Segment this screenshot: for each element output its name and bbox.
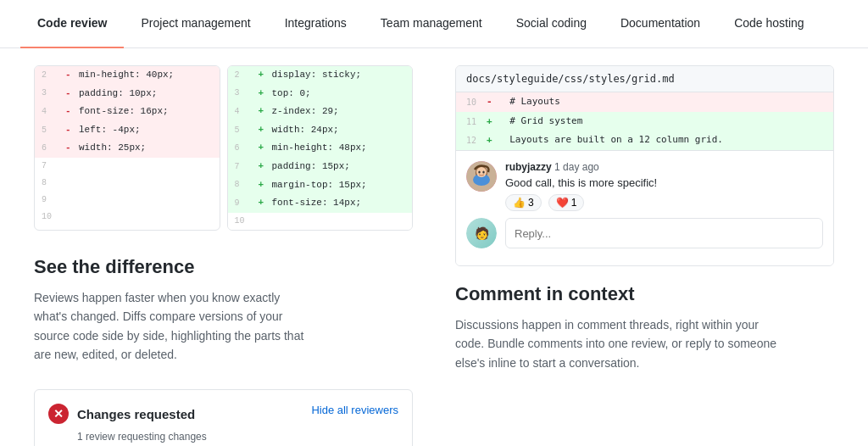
diff-line: 4 - font-size: 16px; [35,103,220,121]
file-diff-line: 11 + # Grid system [456,112,833,131]
diff-line: 2 + display: sticky; [228,66,413,85]
diff-line: 5 + width: 24px; [228,121,413,140]
diff-line: 8 + margin-top: 15px; [228,176,413,195]
diff-line: 6 + min-height: 48px; [228,139,413,158]
main-nav: Code review Project management Integrati… [0,0,868,48]
avatar-illustration [466,161,497,192]
diff-line: 2 - min-height: 40px; [35,66,220,85]
comment-body: rubyjazzy 1 day ago Good call, this is m… [505,161,823,211]
reply-row: 🧑 [466,218,823,248]
comment-row: rubyjazzy 1 day ago Good call, this is m… [466,161,823,211]
diff-panel-removed: 2 - min-height: 40px; 3 - padding: 10px;… [34,65,220,231]
changes-x-icon: ✕ [48,404,69,424]
reply-input[interactable] [505,218,823,248]
page-content: 2 - min-height: 40px; 3 - padding: 10px;… [0,48,868,446]
context-desc: Discussions happen in comment threads, r… [455,315,777,372]
diff-line: 9 + font-size: 14px; [228,194,413,213]
hide-reviewers-link[interactable]: Hide all reviewers [311,404,398,416]
changes-title: Changes requested [77,407,195,421]
nav-item-social-coding[interactable]: Social coding [499,0,604,48]
nav-item-project-management[interactable]: Project management [124,0,267,48]
reply-avatar: 🧑 [466,218,497,248]
file-path: docs/styleguide/css/styles/grid.md [456,66,833,92]
left-column: 2 - min-height: 40px; 3 - padding: 10px;… [34,65,447,446]
section-title: See the difference [34,256,413,278]
diff-line: 7 + padding: 15px; [228,158,413,176]
comment-thread: rubyjazzy 1 day ago Good call, this is m… [456,150,833,265]
file-diff-line: 10 - # Layouts [456,92,833,112]
svg-point-5 [482,171,484,174]
context-section: Comment in context Discussions happen in… [455,283,834,372]
section-desc: Reviews happen faster when you know exac… [34,288,305,365]
diff-line: 3 - padding: 10px; [35,85,220,103]
reactions-row: 👍 3 ❤️ 1 [505,194,823,211]
diff-line: 10 [228,213,413,230]
diff-line: 3 + top: 0; [228,85,413,103]
changes-header: ✕ Changes requested Hide all reviewers [48,404,398,424]
diff-line: 6 - width: 25px; [35,139,220,158]
diff-line: 4 + z-index: 29; [228,103,413,121]
context-title: Comment in context [455,283,834,305]
right-column: docs/styleguide/css/styles/grid.md 10 - … [447,65,834,446]
diff-line: 10 [35,209,220,226]
comment-meta: rubyjazzy 1 day ago [505,161,823,173]
comment-text: Good call, this is more specific! [505,176,823,189]
svg-point-4 [478,171,480,174]
diff-panel-added: 2 + display: sticky; 3 + top: 0; 4 + z-i… [227,65,414,231]
changes-card: ✕ Changes requested Hide all reviewers 1… [34,389,413,446]
diff-line: 8 [35,175,220,192]
reaction-thumbsup[interactable]: 👍 3 [505,194,542,211]
diff-line: 9 [35,192,220,209]
diff-container: 2 - min-height: 40px; 3 - padding: 10px;… [34,65,413,231]
diff-line: 7 [35,158,220,175]
diff-line: 5 - left: -4px; [35,121,220,140]
commenter-avatar [466,161,497,192]
file-diff-line: 12 + Layouts are built on a 12 column gr… [456,131,833,150]
nav-item-integrations[interactable]: Integrations [268,0,364,48]
nav-item-documentation[interactable]: Documentation [604,0,717,48]
nav-item-code-review[interactable]: Code review [20,0,124,48]
file-diff-card: docs/styleguide/css/styles/grid.md 10 - … [455,65,834,266]
nav-item-team-management[interactable]: Team management [364,0,499,48]
nav-item-code-hosting[interactable]: Code hosting [717,0,821,48]
reaction-heart[interactable]: ❤️ 1 [548,194,585,211]
changes-subtitle: 1 review requesting changes [77,431,398,443]
